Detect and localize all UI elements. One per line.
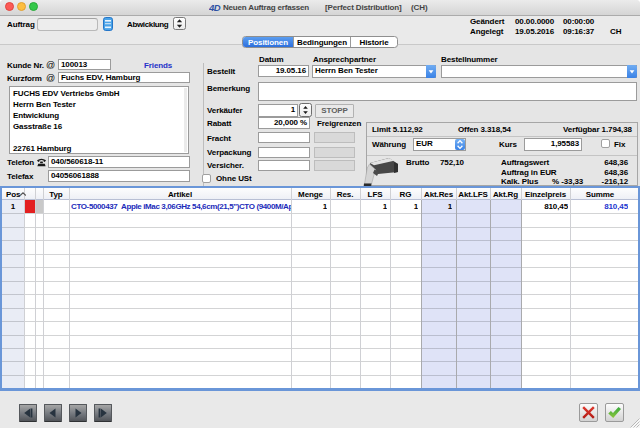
svg-text:4D: 4D — [209, 2, 221, 13]
